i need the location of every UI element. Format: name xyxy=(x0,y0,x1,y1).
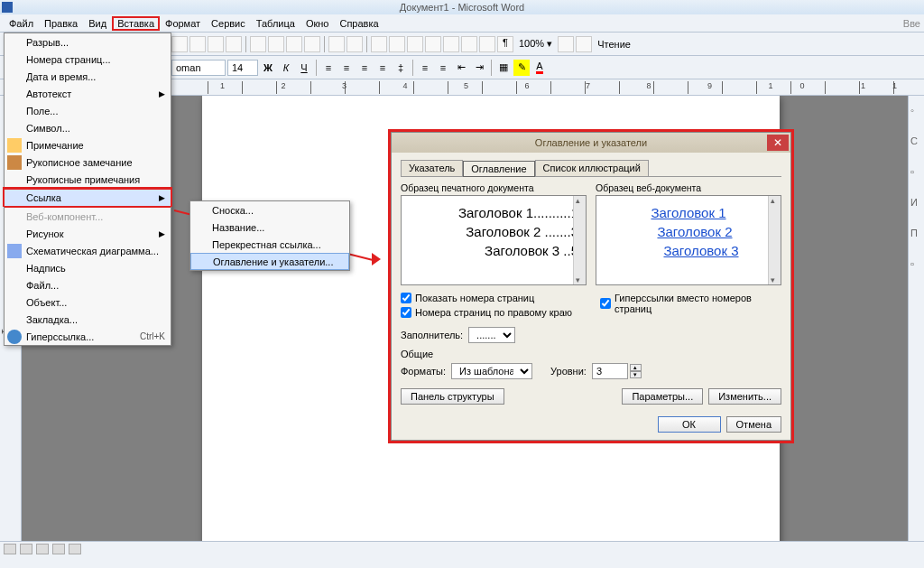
zoom-combo[interactable]: 100% ▾ xyxy=(515,38,556,50)
web-view-icon[interactable] xyxy=(20,544,32,554)
taskpane-item[interactable]: П xyxy=(910,228,922,240)
taskpane-item[interactable]: И xyxy=(910,197,922,210)
align-center-icon[interactable]: ≡ xyxy=(338,60,355,76)
levels-spinner[interactable]: ▴▾ xyxy=(630,364,642,378)
size-combo[interactable]: 14 xyxy=(227,60,258,76)
drawing-icon[interactable] xyxy=(461,36,477,52)
taskpane-item[interactable]: ▫ xyxy=(910,166,922,179)
read-icon[interactable] xyxy=(576,36,592,52)
reading-label[interactable]: Чтение xyxy=(594,39,634,50)
outline-view-icon[interactable] xyxy=(52,544,65,554)
paste-icon[interactable] xyxy=(286,36,302,52)
bold-icon[interactable]: Ж xyxy=(260,60,276,76)
menu-reference[interactable]: Ссылка▶ xyxy=(5,188,171,208)
align-left-icon[interactable]: ≡ xyxy=(320,60,337,76)
cut-icon[interactable] xyxy=(250,36,266,52)
cancel-button[interactable]: Отмена xyxy=(726,416,781,433)
menu-ink-notes[interactable]: Рукописные примечания xyxy=(5,171,171,188)
taskpane-item[interactable]: ▫ xyxy=(910,258,922,271)
redo-icon[interactable] xyxy=(346,36,363,52)
spellcheck-icon[interactable] xyxy=(208,36,224,52)
menu-bar: Файл Правка Вид Вставка Формат Сервис Та… xyxy=(0,14,924,33)
menu-date-time[interactable]: Дата и время... xyxy=(5,68,171,85)
tab-toc[interactable]: Оглавление xyxy=(463,161,534,177)
normal-view-icon[interactable] xyxy=(4,544,16,554)
menu-view[interactable]: Вид xyxy=(83,16,112,31)
menu-page-numbers[interactable]: Номера страниц... xyxy=(5,51,171,68)
menu-window[interactable]: Окно xyxy=(300,16,335,31)
levels-input[interactable] xyxy=(592,363,628,379)
tab-figures[interactable]: Список иллюстраций xyxy=(535,160,649,176)
inc-indent-icon[interactable]: ⇥ xyxy=(471,60,487,76)
align-justify-icon[interactable]: ≡ xyxy=(374,60,391,76)
columns-icon[interactable] xyxy=(443,36,459,52)
submenu-caption[interactable]: Название... xyxy=(190,219,349,236)
options-button[interactable]: Параметры... xyxy=(622,388,703,405)
menu-table[interactable]: Таблица xyxy=(251,16,300,31)
menu-tools[interactable]: Сервис xyxy=(206,16,251,31)
hyperlinks-checkbox[interactable]: Гиперссылки вместо номеров страниц xyxy=(600,293,781,314)
menu-field[interactable]: Поле... xyxy=(5,102,171,119)
research-icon[interactable] xyxy=(226,36,242,52)
formats-select[interactable]: Из шаблона xyxy=(451,363,532,379)
menu-diagram[interactable]: Схематическая диаграмма... xyxy=(5,242,171,259)
menu-textbox[interactable]: Надпись xyxy=(5,259,171,276)
undo-icon[interactable] xyxy=(328,36,345,52)
preview-line: Заголовок 1..........1 xyxy=(409,205,578,220)
close-button[interactable]: ✕ xyxy=(767,135,789,151)
dec-indent-icon[interactable]: ⇤ xyxy=(453,60,469,76)
right-align-checkbox[interactable]: Номера страниц по правому краю xyxy=(401,307,582,318)
menu-format[interactable]: Формат xyxy=(160,16,206,31)
menu-insert[interactable]: Вставка xyxy=(112,16,160,31)
format-painter-icon[interactable] xyxy=(304,36,320,52)
menu-picture[interactable]: Рисунок▶ xyxy=(5,225,171,242)
line-spacing-icon[interactable]: ‡ xyxy=(393,60,409,76)
show-pages-checkbox[interactable]: Показать номера страниц xyxy=(401,293,582,303)
numbering-icon[interactable]: ≡ xyxy=(417,60,433,76)
excel-icon[interactable] xyxy=(425,36,441,52)
bullets-icon[interactable]: ≡ xyxy=(435,60,451,76)
menu-autotext[interactable]: Автотекст▶ xyxy=(5,85,171,102)
borders-icon[interactable]: ▦ xyxy=(495,60,512,76)
menu-bookmark[interactable]: Закладка... xyxy=(5,311,171,328)
align-right-icon[interactable]: ≡ xyxy=(356,60,373,76)
font-combo[interactable]: oman xyxy=(171,60,226,76)
print-icon[interactable] xyxy=(171,36,188,52)
submenu-crossref[interactable]: Перекрестная ссылка... xyxy=(190,236,349,253)
menu-break[interactable]: Разрыв... xyxy=(5,33,171,51)
scrollbar[interactable] xyxy=(573,196,586,284)
menu-symbol[interactable]: Символ... xyxy=(5,119,171,136)
italic-icon[interactable]: К xyxy=(278,60,294,76)
menu-comment[interactable]: Примечание xyxy=(5,136,171,154)
hyperlink-icon[interactable] xyxy=(371,36,387,52)
underline-icon[interactable]: Ч xyxy=(296,60,312,76)
insert-table-icon[interactable] xyxy=(407,36,423,52)
ok-button[interactable]: ОК xyxy=(658,416,721,433)
taskpane-item[interactable]: C xyxy=(910,135,922,148)
outline-button[interactable]: Панель структуры xyxy=(401,388,504,405)
tab-index[interactable]: Указатель xyxy=(401,160,463,176)
copy-icon[interactable] xyxy=(268,36,284,52)
font-color-icon[interactable]: A xyxy=(531,60,548,76)
highlight-icon[interactable]: ✎ xyxy=(513,60,530,76)
tables-icon[interactable] xyxy=(389,36,405,52)
scrollbar[interactable] xyxy=(768,196,781,284)
reading-view-icon[interactable] xyxy=(69,544,81,554)
pilcrow-icon[interactable]: ¶ xyxy=(497,36,513,52)
menu-ink-comment[interactable]: Рукописное замечание xyxy=(5,154,171,171)
menu-hyperlink[interactable]: Гиперссылка...Ctrl+K xyxy=(5,328,171,345)
help-icon[interactable] xyxy=(558,36,574,52)
submenu-footnote[interactable]: Сноска... xyxy=(190,201,349,219)
preview-icon[interactable] xyxy=(189,36,206,52)
menu-help[interactable]: Справка xyxy=(334,16,383,31)
menu-file[interactable]: Файл xyxy=(4,16,39,31)
print-view-icon[interactable] xyxy=(36,544,49,554)
modify-button[interactable]: Изменить... xyxy=(708,388,781,405)
taskpane-item[interactable]: ◦ xyxy=(910,105,922,117)
fill-select[interactable]: ....... xyxy=(468,327,515,343)
menu-object[interactable]: Объект... xyxy=(5,293,171,311)
menu-file[interactable]: Файл... xyxy=(5,276,171,293)
docmap-icon[interactable] xyxy=(479,36,495,52)
submenu-toc[interactable]: Оглавление и указатели... xyxy=(190,253,349,270)
menu-edit[interactable]: Правка xyxy=(39,16,83,31)
